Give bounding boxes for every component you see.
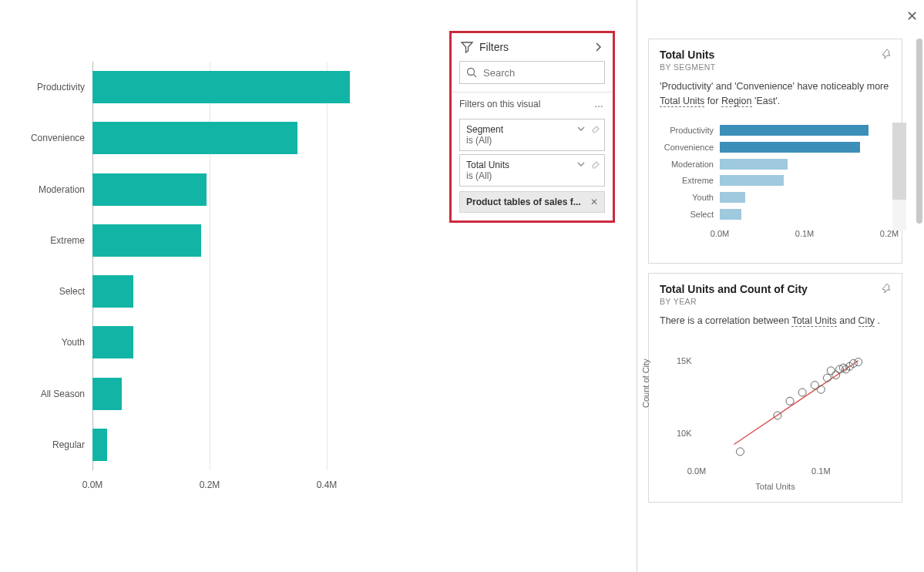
x-tick: 0.1M bbox=[811, 466, 830, 476]
category-label: Youth bbox=[660, 193, 714, 202]
svg-point-10 bbox=[827, 367, 835, 375]
chevron-down-icon[interactable] bbox=[576, 160, 586, 169]
filters-section-header: Filters on this visual … bbox=[452, 93, 613, 116]
insight-text: There is a correlation between Total Uni… bbox=[660, 314, 891, 328]
y-axis-label: Count of City bbox=[641, 359, 650, 409]
search-placeholder: Search bbox=[483, 67, 515, 79]
category-label: Select bbox=[8, 286, 85, 297]
x-tick: 0.0M bbox=[82, 479, 103, 490]
svg-point-3 bbox=[736, 448, 744, 456]
bar[interactable] bbox=[92, 275, 133, 308]
filters-search-input[interactable]: Search bbox=[459, 61, 605, 84]
filters-header[interactable]: Filters bbox=[452, 33, 613, 61]
card-subtitle: BY YEAR bbox=[660, 297, 891, 306]
bar[interactable] bbox=[92, 122, 297, 154]
filter-summary: is (All) bbox=[466, 135, 598, 146]
category-label: Convenience bbox=[660, 143, 714, 152]
x-tick: 0.2M bbox=[880, 229, 899, 238]
bar[interactable] bbox=[720, 192, 745, 203]
category-label: Convenience bbox=[8, 133, 85, 143]
svg-point-9 bbox=[823, 375, 831, 382]
x-tick: 0.4M bbox=[317, 479, 338, 490]
category-label: Productivity bbox=[660, 126, 714, 135]
filters-pane: Filters Search Filters on this visual … … bbox=[449, 31, 615, 223]
bar[interactable] bbox=[92, 224, 201, 257]
category-label: All Season bbox=[8, 389, 85, 399]
search-icon bbox=[466, 67, 477, 78]
insights-pane: ✕ Total Units BY SEGMENT 'Productivity' … bbox=[637, 0, 924, 572]
bar[interactable] bbox=[720, 125, 869, 136]
bar[interactable] bbox=[92, 326, 133, 358]
insight-text: 'Productivity' and 'Convenience' have no… bbox=[660, 79, 891, 109]
close-icon[interactable]: ✕ bbox=[590, 197, 598, 207]
mini-scroll-thumb[interactable] bbox=[892, 123, 906, 200]
svg-point-0 bbox=[468, 69, 475, 76]
svg-point-8 bbox=[817, 386, 825, 394]
pin-icon[interactable] bbox=[882, 49, 892, 62]
x-axis-label: Total Units bbox=[755, 482, 795, 491]
y-tick: 10K bbox=[677, 429, 692, 438]
scatter-chart[interactable]: 0.0M0.1M10K15KTotal UnitsCount of City bbox=[660, 338, 891, 493]
filters-section-label: Filters on this visual bbox=[459, 99, 540, 109]
bar[interactable] bbox=[92, 429, 107, 461]
filter-card-total-units[interactable]: Total Units is (All) bbox=[459, 154, 605, 187]
bar[interactable] bbox=[720, 142, 860, 153]
bar[interactable] bbox=[720, 175, 784, 186]
filters-title: Filters bbox=[479, 41, 509, 53]
x-tick: 0.2M bbox=[200, 479, 220, 490]
y-tick: 15K bbox=[677, 356, 692, 365]
filter-chip-label: Product tables of sales f... bbox=[466, 197, 581, 207]
chevron-right-icon[interactable] bbox=[594, 42, 603, 52]
x-tick: 0.0M bbox=[711, 229, 729, 238]
mini-bar-chart[interactable]: ProductivityConvenienceModerationExtreme… bbox=[660, 123, 891, 254]
close-pane-button[interactable]: ✕ bbox=[906, 8, 918, 25]
filter-card-segment[interactable]: Segment is (All) bbox=[459, 119, 605, 151]
insight-card-segment[interactable]: Total Units BY SEGMENT 'Productivity' an… bbox=[648, 39, 902, 264]
main-bar-chart[interactable]: 0.0M0.2M0.4MProductivityConvenienceModer… bbox=[8, 15, 439, 493]
card-title: Total Units and Count of City bbox=[660, 283, 891, 295]
category-label: Productivity bbox=[8, 82, 85, 93]
insight-card-year[interactable]: Total Units and Count of City BY YEAR Th… bbox=[648, 273, 902, 503]
eraser-icon[interactable] bbox=[590, 160, 600, 169]
card-subtitle: BY SEGMENT bbox=[660, 62, 891, 72]
chevron-down-icon[interactable] bbox=[576, 124, 586, 133]
bar[interactable] bbox=[92, 378, 122, 410]
x-tick: 0.0M bbox=[687, 466, 706, 476]
category-label: Select bbox=[660, 210, 714, 219]
pin-icon[interactable] bbox=[882, 283, 892, 296]
x-tick: 0.1M bbox=[795, 229, 814, 238]
bar[interactable] bbox=[720, 159, 788, 170]
main-canvas: 0.0M0.2M0.4MProductivityConvenienceModer… bbox=[0, 0, 637, 572]
category-label: Extreme bbox=[8, 235, 85, 246]
bar[interactable] bbox=[92, 71, 350, 103]
category-label: Moderation bbox=[8, 184, 85, 195]
eraser-icon[interactable] bbox=[590, 124, 600, 133]
svg-line-1 bbox=[474, 75, 477, 78]
bar[interactable] bbox=[720, 209, 741, 220]
scrollbar-thumb[interactable] bbox=[916, 39, 922, 224]
category-label: Extreme bbox=[660, 176, 714, 185]
app-root: 0.0M0.2M0.4MProductivityConvenienceModer… bbox=[0, 0, 924, 572]
filter-chip-product-tables[interactable]: Product tables of sales f... ✕ bbox=[459, 191, 605, 213]
svg-point-6 bbox=[798, 389, 806, 396]
category-label: Moderation bbox=[660, 160, 714, 169]
bar[interactable] bbox=[92, 173, 207, 206]
svg-point-5 bbox=[786, 398, 794, 405]
category-label: Youth bbox=[8, 337, 85, 348]
filter-summary: is (All) bbox=[466, 170, 598, 181]
funnel-icon bbox=[461, 41, 473, 53]
more-icon[interactable]: … bbox=[594, 99, 605, 109]
category-label: Regular bbox=[8, 439, 85, 450]
card-title: Total Units bbox=[660, 49, 891, 61]
